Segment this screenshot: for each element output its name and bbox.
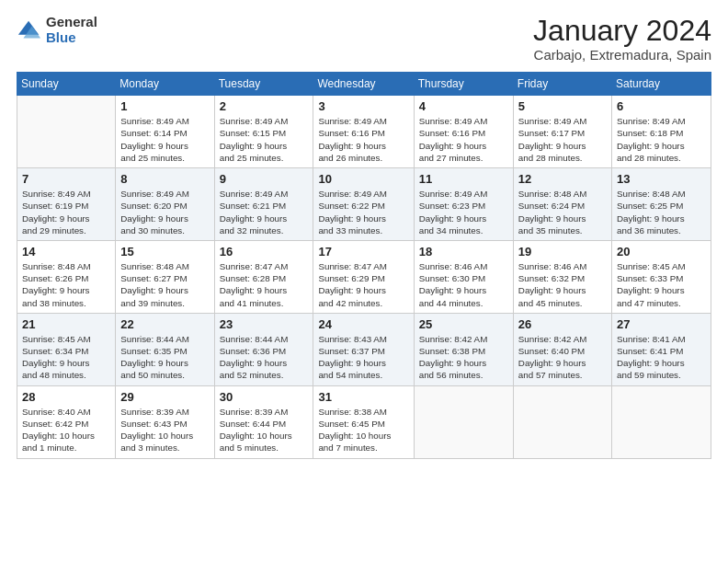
day-number-28: 28 xyxy=(22,390,110,404)
cell-w2-d4: 10Sunrise: 8:49 AMSunset: 6:22 PMDayligh… xyxy=(313,168,414,241)
day-info-29: Sunrise: 8:39 AMSunset: 6:43 PMDaylight:… xyxy=(120,406,209,454)
week-row-2: 7Sunrise: 8:49 AMSunset: 6:19 PMDaylight… xyxy=(17,168,711,241)
week-row-1: 1Sunrise: 8:49 AMSunset: 6:14 PMDaylight… xyxy=(17,96,711,168)
day-info-31: Sunrise: 8:38 AMSunset: 6:45 PMDaylight:… xyxy=(318,406,408,454)
week-row-5: 28Sunrise: 8:40 AMSunset: 6:42 PMDayligh… xyxy=(17,385,711,458)
cell-w2-d6: 12Sunrise: 8:48 AMSunset: 6:24 PMDayligh… xyxy=(513,168,611,241)
cell-w1-d1 xyxy=(17,96,116,168)
day-number-23: 23 xyxy=(220,317,309,331)
cell-w5-d1: 28Sunrise: 8:40 AMSunset: 6:42 PMDayligh… xyxy=(17,385,116,458)
day-info-24: Sunrise: 8:43 AMSunset: 6:37 PMDaylight:… xyxy=(318,333,408,382)
cell-w1-d3: 2Sunrise: 8:49 AMSunset: 6:15 PMDaylight… xyxy=(214,96,313,168)
cell-w5-d2: 29Sunrise: 8:39 AMSunset: 6:43 PMDayligh… xyxy=(116,385,214,458)
logo-blue-text: Blue xyxy=(46,30,97,46)
day-number-11: 11 xyxy=(419,172,508,186)
day-info-7: Sunrise: 8:49 AMSunset: 6:19 PMDaylight:… xyxy=(22,188,110,236)
week-row-4: 21Sunrise: 8:45 AMSunset: 6:34 PMDayligh… xyxy=(17,313,711,385)
day-info-19: Sunrise: 8:46 AMSunset: 6:32 PMDaylight:… xyxy=(518,260,607,309)
day-number-10: 10 xyxy=(318,172,408,186)
logo-general-text: General xyxy=(46,15,97,30)
day-info-18: Sunrise: 8:46 AMSunset: 6:30 PMDaylight:… xyxy=(419,260,508,309)
cell-w3-d5: 18Sunrise: 8:46 AMSunset: 6:30 PMDayligh… xyxy=(414,240,513,313)
subtitle: Carbajo, Extremadura, Spain xyxy=(533,47,711,63)
day-number-12: 12 xyxy=(518,172,607,186)
cell-w3-d1: 14Sunrise: 8:48 AMSunset: 6:26 PMDayligh… xyxy=(17,240,116,313)
main-title: January 2024 xyxy=(533,15,711,47)
day-info-15: Sunrise: 8:48 AMSunset: 6:27 PMDaylight:… xyxy=(120,260,209,309)
day-info-22: Sunrise: 8:44 AMSunset: 6:35 PMDaylight:… xyxy=(120,333,209,382)
day-info-27: Sunrise: 8:41 AMSunset: 6:41 PMDaylight:… xyxy=(617,333,706,382)
cell-w5-d3: 30Sunrise: 8:39 AMSunset: 6:44 PMDayligh… xyxy=(214,385,313,458)
day-number-9: 9 xyxy=(220,172,309,186)
day-info-12: Sunrise: 8:48 AMSunset: 6:24 PMDaylight:… xyxy=(518,188,607,236)
calendar-table: Sunday Monday Tuesday Wednesday Thursday… xyxy=(17,72,711,458)
day-number-20: 20 xyxy=(617,245,706,259)
calendar-header: Sunday Monday Tuesday Wednesday Thursday… xyxy=(17,73,711,96)
cell-w2-d5: 11Sunrise: 8:49 AMSunset: 6:23 PMDayligh… xyxy=(414,168,513,241)
title-block: January 2024 Carbajo, Extremadura, Spain xyxy=(533,15,711,63)
day-number-25: 25 xyxy=(419,317,508,331)
day-info-20: Sunrise: 8:45 AMSunset: 6:33 PMDaylight:… xyxy=(617,260,706,309)
cell-w4-d5: 25Sunrise: 8:42 AMSunset: 6:38 PMDayligh… xyxy=(414,313,513,385)
day-number-26: 26 xyxy=(518,317,607,331)
day-info-21: Sunrise: 8:45 AMSunset: 6:34 PMDaylight:… xyxy=(22,333,110,382)
cell-w1-d2: 1Sunrise: 8:49 AMSunset: 6:14 PMDaylight… xyxy=(116,96,214,168)
day-info-30: Sunrise: 8:39 AMSunset: 6:44 PMDaylight:… xyxy=(220,406,309,454)
day-info-3: Sunrise: 8:49 AMSunset: 6:16 PMDaylight:… xyxy=(318,115,408,164)
cell-w3-d4: 17Sunrise: 8:47 AMSunset: 6:29 PMDayligh… xyxy=(313,240,414,313)
day-info-11: Sunrise: 8:49 AMSunset: 6:23 PMDaylight:… xyxy=(419,188,508,236)
day-number-22: 22 xyxy=(120,317,209,331)
day-info-9: Sunrise: 8:49 AMSunset: 6:21 PMDaylight:… xyxy=(220,188,309,236)
day-number-31: 31 xyxy=(318,390,408,404)
day-info-17: Sunrise: 8:47 AMSunset: 6:29 PMDaylight:… xyxy=(318,260,408,309)
cell-w5-d5 xyxy=(414,385,513,458)
day-number-7: 7 xyxy=(22,172,110,186)
cell-w4-d7: 27Sunrise: 8:41 AMSunset: 6:41 PMDayligh… xyxy=(612,313,711,385)
day-number-4: 4 xyxy=(419,99,508,113)
cell-w4-d2: 22Sunrise: 8:44 AMSunset: 6:35 PMDayligh… xyxy=(116,313,214,385)
day-number-27: 27 xyxy=(617,317,706,331)
header-wednesday: Wednesday xyxy=(313,73,414,96)
cell-w4-d6: 26Sunrise: 8:42 AMSunset: 6:40 PMDayligh… xyxy=(513,313,611,385)
logo: General Blue xyxy=(17,15,97,45)
cell-w4-d4: 24Sunrise: 8:43 AMSunset: 6:37 PMDayligh… xyxy=(313,313,414,385)
cell-w2-d2: 8Sunrise: 8:49 AMSunset: 6:20 PMDaylight… xyxy=(116,168,214,241)
cell-w2-d7: 13Sunrise: 8:48 AMSunset: 6:25 PMDayligh… xyxy=(612,168,711,241)
page: General Blue January 2024 Carbajo, Extre… xyxy=(0,0,728,563)
cell-w5-d4: 31Sunrise: 8:38 AMSunset: 6:45 PMDayligh… xyxy=(313,385,414,458)
cell-w3-d3: 16Sunrise: 8:47 AMSunset: 6:28 PMDayligh… xyxy=(214,240,313,313)
day-number-19: 19 xyxy=(518,245,607,259)
header-monday: Monday xyxy=(116,73,214,96)
day-info-10: Sunrise: 8:49 AMSunset: 6:22 PMDaylight:… xyxy=(318,188,408,236)
logo-text: General Blue xyxy=(46,15,97,45)
cell-w3-d2: 15Sunrise: 8:48 AMSunset: 6:27 PMDayligh… xyxy=(116,240,214,313)
day-info-26: Sunrise: 8:42 AMSunset: 6:40 PMDaylight:… xyxy=(518,333,607,382)
header-saturday: Saturday xyxy=(612,73,711,96)
header-friday: Friday xyxy=(513,73,611,96)
day-number-30: 30 xyxy=(220,390,309,404)
day-number-5: 5 xyxy=(518,99,607,113)
day-number-18: 18 xyxy=(419,245,508,259)
day-info-1: Sunrise: 8:49 AMSunset: 6:14 PMDaylight:… xyxy=(120,115,209,164)
cell-w1-d4: 3Sunrise: 8:49 AMSunset: 6:16 PMDaylight… xyxy=(313,96,414,168)
day-number-8: 8 xyxy=(120,172,209,186)
cell-w3-d6: 19Sunrise: 8:46 AMSunset: 6:32 PMDayligh… xyxy=(513,240,611,313)
day-number-15: 15 xyxy=(120,245,209,259)
day-number-3: 3 xyxy=(318,99,408,113)
day-number-16: 16 xyxy=(220,245,309,259)
logo-icon xyxy=(17,17,42,43)
day-info-4: Sunrise: 8:49 AMSunset: 6:16 PMDaylight:… xyxy=(419,115,508,164)
header-tuesday: Tuesday xyxy=(214,73,313,96)
week-row-3: 14Sunrise: 8:48 AMSunset: 6:26 PMDayligh… xyxy=(17,240,711,313)
day-number-13: 13 xyxy=(617,172,706,186)
day-info-8: Sunrise: 8:49 AMSunset: 6:20 PMDaylight:… xyxy=(120,188,209,236)
day-info-14: Sunrise: 8:48 AMSunset: 6:26 PMDaylight:… xyxy=(22,260,110,309)
day-info-25: Sunrise: 8:42 AMSunset: 6:38 PMDaylight:… xyxy=(419,333,508,382)
day-number-6: 6 xyxy=(617,99,706,113)
cell-w5-d6 xyxy=(513,385,611,458)
day-number-21: 21 xyxy=(22,317,110,331)
cell-w4-d1: 21Sunrise: 8:45 AMSunset: 6:34 PMDayligh… xyxy=(17,313,116,385)
day-info-16: Sunrise: 8:47 AMSunset: 6:28 PMDaylight:… xyxy=(220,260,309,309)
day-number-17: 17 xyxy=(318,245,408,259)
header-row: Sunday Monday Tuesday Wednesday Thursday… xyxy=(17,73,711,96)
